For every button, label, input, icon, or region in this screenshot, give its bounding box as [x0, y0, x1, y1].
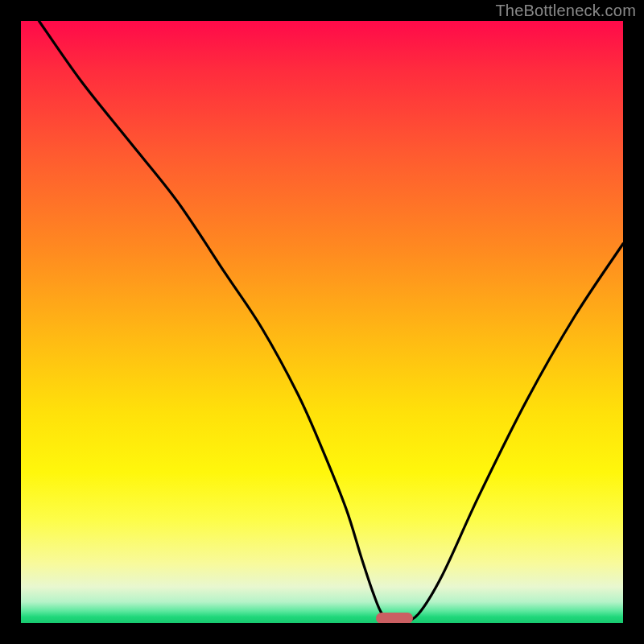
bottleneck-marker	[376, 613, 413, 623]
watermark-text: TheBottleneck.com	[495, 2, 636, 20]
bottleneck-curve	[21, 21, 623, 623]
plot-area	[21, 21, 623, 623]
chart-frame: TheBottleneck.com	[0, 0, 644, 644]
